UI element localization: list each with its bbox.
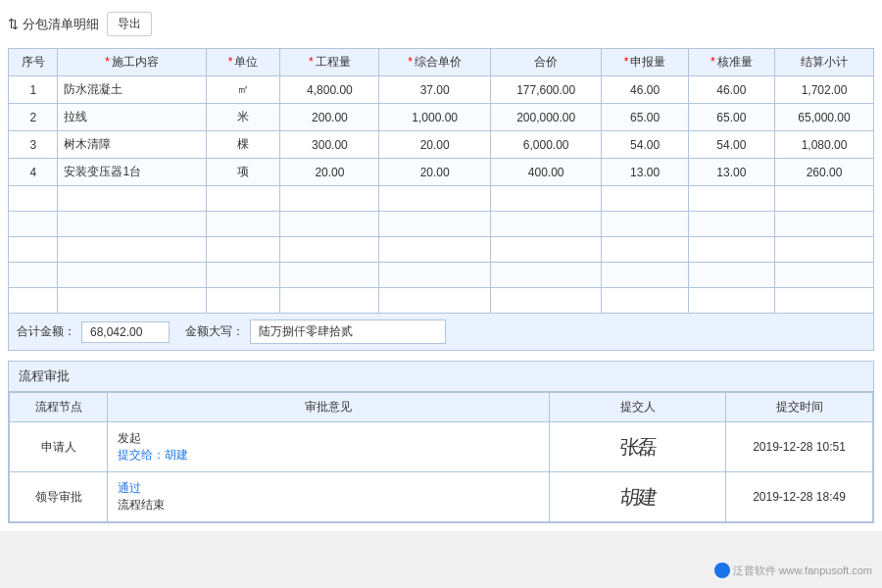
- empty-cell: [206, 288, 280, 314]
- cell-approved: 13.00: [688, 159, 774, 186]
- process-row: 申请人发起提交给：胡建张磊2019-12-28 10:51: [10, 422, 873, 472]
- cell-approved: 46.00: [688, 76, 774, 104]
- cell-subtotal: 260.00: [775, 159, 874, 186]
- cell-subtotal: 1,080.00: [775, 131, 874, 159]
- empty-cell: [775, 212, 874, 237]
- cell-content: 拉线: [58, 104, 206, 131]
- empty-cell: [775, 237, 874, 263]
- empty-table-row: [9, 263, 874, 288]
- sort-icon[interactable]: ⇅: [8, 17, 19, 31]
- table-header-row: 序号 *施工内容 *单位 *工程量 *综合单价 合价 *申报量 *核准量 结算小…: [9, 49, 874, 76]
- summary-row: 合计金额： 68,042.00 金额大写： 陆万捌仟零肆拾贰: [8, 314, 874, 351]
- table-row: 2拉线米200.001,000.00200,000.0065.0065.0065…: [9, 104, 874, 131]
- empty-cell: [379, 237, 491, 263]
- empty-cell: [9, 263, 58, 288]
- opinion-link[interactable]: 提交给：胡建: [118, 448, 188, 462]
- cell-unit_price: 1,000.00: [379, 104, 491, 131]
- empty-cell: [490, 186, 602, 212]
- cell-declared: 13.00: [602, 159, 688, 186]
- empty-cell: [280, 186, 379, 212]
- summary-words: 金额大写： 陆万捌仟零肆拾贰: [185, 319, 446, 344]
- process-table: 流程节点 审批意见 提交人 提交时间 申请人发起提交给：胡建张磊2019-12-…: [9, 392, 873, 522]
- empty-cell: [602, 186, 688, 212]
- watermark: 泛普软件 www.fanpusoft.com: [714, 563, 872, 578]
- empty-cell: [58, 237, 206, 263]
- signature: 张磊: [618, 434, 656, 461]
- cell-total: 400.00: [490, 159, 602, 186]
- empty-cell: [206, 186, 280, 212]
- empty-cell: [9, 288, 58, 314]
- signature: 胡建: [618, 484, 658, 511]
- empty-cell: [280, 263, 379, 288]
- process-header-row: 流程节点 审批意见 提交人 提交时间: [10, 393, 873, 422]
- process-header-opinion: 审批意见: [108, 393, 550, 422]
- empty-cell: [602, 212, 688, 237]
- header-unit-price: *综合单价: [379, 49, 491, 76]
- empty-cell: [58, 186, 206, 212]
- empty-cell: [9, 186, 58, 212]
- table-body: 1防水混凝土㎡4,800.0037.00177,600.0046.0046.00…: [9, 76, 874, 314]
- cell-unit: 项: [206, 159, 280, 186]
- empty-cell: [280, 288, 379, 314]
- cell-total: 6,000.00: [490, 131, 602, 159]
- process-node-cell: 领导审批: [10, 472, 108, 522]
- export-button[interactable]: 导出: [107, 12, 152, 36]
- cell-content: 安装变压器1台: [58, 159, 206, 186]
- process-header-submitter: 提交人: [550, 393, 726, 422]
- header-seq: 序号: [9, 49, 58, 76]
- main-table: 序号 *施工内容 *单位 *工程量 *综合单价 合价 *申报量 *核准量 结算小…: [8, 48, 874, 314]
- cell-unit: 米: [206, 104, 280, 131]
- empty-cell: [379, 212, 491, 237]
- cell-declared: 54.00: [602, 131, 688, 159]
- opinion-link[interactable]: 通过: [118, 481, 141, 495]
- cell-subtotal: 65,000.00: [775, 104, 874, 131]
- empty-cell: [775, 263, 874, 288]
- process-time-cell: 2019-12-28 10:51: [726, 422, 873, 472]
- empty-cell: [602, 237, 688, 263]
- empty-cell: [280, 212, 379, 237]
- empty-cell: [58, 212, 206, 237]
- opinion-text: 发起: [118, 431, 141, 445]
- process-body: 申请人发起提交给：胡建张磊2019-12-28 10:51领导审批通过流程结束胡…: [10, 422, 873, 522]
- empty-cell: [688, 263, 774, 288]
- table-row: 1防水混凝土㎡4,800.0037.00177,600.0046.0046.00…: [9, 76, 874, 104]
- header-unit: *单位: [206, 49, 280, 76]
- process-node-cell: 申请人: [10, 422, 108, 472]
- cell-seq: 3: [9, 131, 58, 159]
- empty-cell: [490, 237, 602, 263]
- words-value: 陆万捌仟零肆拾贰: [250, 319, 446, 344]
- empty-cell: [490, 263, 602, 288]
- total-label: 合计金额：: [17, 323, 75, 340]
- cell-qty: 300.00: [280, 131, 379, 159]
- header-declared: *申报量: [602, 49, 688, 76]
- cell-total: 177,600.00: [490, 76, 602, 104]
- empty-cell: [58, 263, 206, 288]
- watermark-url: www.fanpusoft.com: [779, 564, 872, 576]
- process-header-time: 提交时间: [726, 393, 873, 422]
- empty-cell: [775, 186, 874, 212]
- empty-table-row: [9, 212, 874, 237]
- title-text: 分包清单明细: [23, 16, 99, 33]
- cell-qty: 200.00: [280, 104, 379, 131]
- empty-table-row: [9, 237, 874, 263]
- cell-seq: 1: [9, 76, 58, 104]
- summary-total: 合计金额： 68,042.00: [17, 321, 170, 343]
- empty-cell: [688, 186, 774, 212]
- opinion-text: 流程结束: [118, 498, 165, 512]
- cell-approved: 65.00: [688, 104, 774, 131]
- header-qty: *工程量: [280, 49, 379, 76]
- watermark-logo: [714, 563, 730, 578]
- cell-declared: 65.00: [602, 104, 688, 131]
- empty-cell: [206, 237, 280, 263]
- cell-qty: 4,800.00: [280, 76, 379, 104]
- toolbar: ⇅ 分包清单明细 导出: [8, 8, 874, 40]
- empty-cell: [490, 212, 602, 237]
- empty-cell: [379, 186, 491, 212]
- cell-qty: 20.00: [280, 159, 379, 186]
- empty-table-row: [9, 186, 874, 212]
- header-total: 合价: [490, 49, 602, 76]
- words-label: 金额大写：: [185, 323, 244, 340]
- process-header-node: 流程节点: [10, 393, 108, 422]
- empty-cell: [688, 212, 774, 237]
- cell-unit_price: 37.00: [379, 76, 491, 104]
